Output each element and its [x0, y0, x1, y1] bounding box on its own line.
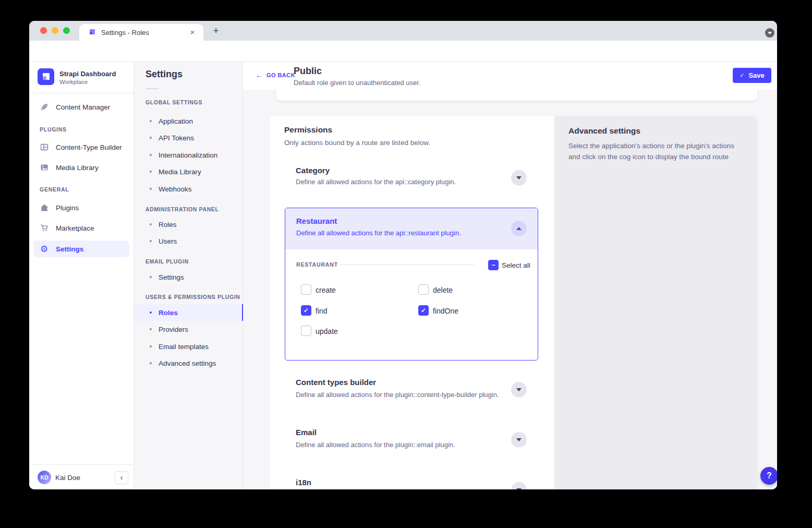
- subnav-item-label: Roles: [159, 309, 178, 317]
- sidebar-item-label: Settings: [56, 245, 83, 253]
- collapse-restaurant-button[interactable]: [511, 221, 527, 236]
- role-details-card-edge: [276, 90, 757, 101]
- browser-tab[interactable]: Settings - Roles ×: [79, 24, 203, 41]
- subnav-item-internationalization[interactable]: Internationalization: [134, 147, 243, 163]
- save-button[interactable]: ✓ Save: [733, 68, 771, 83]
- subnav-item-label: Advanced settings: [159, 359, 216, 367]
- sidebar-item-content-type-builder[interactable]: Content-Type Builder: [33, 139, 129, 155]
- help-button[interactable]: ?: [760, 467, 777, 485]
- zoom-window-button[interactable]: [63, 27, 70, 34]
- bullet-icon: [150, 137, 152, 139]
- main-sidebar: Strapi Dashboard Workplace Content Manag…: [29, 62, 134, 489]
- sidebar-section-plugins: PLUGINS: [40, 126, 67, 133]
- subnav-item-email-settings[interactable]: Settings: [134, 269, 243, 285]
- profile-sync-icon[interactable]: [765, 28, 774, 38]
- collapse-sidebar-button[interactable]: ‹: [115, 471, 128, 484]
- bullet-icon: [150, 362, 152, 364]
- user-avatar[interactable]: KD: [38, 471, 51, 484]
- accordion-restaurant-expanded: Restaurant Define all allowed actions fo…: [285, 208, 538, 361]
- strapi-favicon: [88, 28, 96, 37]
- divider: [340, 265, 474, 265]
- subnav-item-label: Webhooks: [159, 185, 192, 193]
- accordion-description: Define all allowed actions for the api::…: [296, 178, 456, 186]
- puzzle-icon: [40, 203, 49, 212]
- subnav-item-application[interactable]: Application: [134, 113, 243, 129]
- restaurant-accordion-header[interactable]: Restaurant Define all allowed actions fo…: [285, 208, 538, 249]
- bullet-icon: [150, 171, 152, 173]
- minimize-window-button[interactable]: [52, 27, 58, 34]
- accordion-title-restaurant: Restaurant: [296, 217, 337, 225]
- bullet-icon: [150, 188, 152, 190]
- subnav-item-admin-users[interactable]: Users: [134, 233, 243, 249]
- accordion-title-email: Email: [296, 428, 317, 437]
- chevron-down-icon: [516, 438, 522, 441]
- check-icon: ✓: [304, 307, 309, 314]
- subnav-item-webhooks[interactable]: Webhooks: [134, 181, 243, 197]
- bullet-icon: [150, 223, 152, 225]
- subnav-item-label: Email templates: [159, 343, 209, 351]
- checkbox-delete[interactable]: [418, 284, 429, 295]
- chevron-down-icon: [768, 32, 772, 34]
- subnav-item-label: Users: [159, 237, 177, 245]
- subnav-item-providers[interactable]: Providers: [134, 321, 243, 338]
- expand-i18n-button[interactable]: [511, 482, 527, 489]
- checkbox-update[interactable]: [301, 326, 311, 336]
- user-name: Kai Doe: [55, 474, 80, 482]
- subnav-item-email-templates[interactable]: Email templates: [134, 338, 243, 355]
- sidebar-item-label: Content Manager: [56, 103, 110, 111]
- checkbox-label-create: create: [316, 286, 336, 294]
- browser-window: Settings - Roles × + ← → ↻ ⓘ localhost:1…: [29, 21, 777, 489]
- advanced-settings-description: Select the application's actions or the …: [568, 141, 741, 163]
- select-all-checkbox[interactable]: −: [488, 260, 499, 270]
- subnav-item-media-library[interactable]: Media Library: [134, 163, 243, 180]
- subnav-item-up-roles[interactable]: Roles: [134, 304, 243, 321]
- expand-email-button[interactable]: [511, 432, 527, 448]
- close-window-button[interactable]: [40, 27, 47, 34]
- expand-content-types-builder-button[interactable]: [511, 382, 527, 398]
- restaurant-group-label: RESTAURANT: [296, 261, 338, 268]
- subnav-item-admin-roles[interactable]: Roles: [134, 216, 243, 233]
- permissions-title: Permissions: [284, 125, 332, 135]
- sidebar-item-marketplace[interactable]: Marketplace: [33, 220, 129, 236]
- strapi-app: Strapi Dashboard Workplace Content Manag…: [29, 62, 777, 489]
- sidebar-item-label: Media Library: [56, 164, 99, 172]
- checkbox-findone[interactable]: ✓: [418, 305, 429, 316]
- subnav-section-administration-panel: ADMINISTRATION PANEL: [146, 206, 219, 212]
- sidebar-item-content-manager[interactable]: Content Manager: [33, 99, 129, 115]
- chevron-down-icon: [516, 488, 522, 489]
- tab-close-icon[interactable]: ×: [188, 28, 197, 37]
- permissions-subtitle: Only actions bound by a route are listed…: [284, 139, 430, 147]
- workspace-title: Strapi Dashboard: [59, 70, 116, 78]
- browser-toolbar: ← → ↻ ⓘ localhost:1337/admin/settings/us…: [29, 41, 777, 62]
- tab-title: Settings - Roles: [101, 29, 188, 37]
- subnav-item-label: Providers: [159, 326, 188, 333]
- checkbox-label-findone: findOne: [433, 307, 458, 315]
- feather-pen-icon: [40, 103, 49, 112]
- main-content: ← GO BACK Public Default role given to u…: [243, 62, 777, 489]
- subnav-section-users-permissions: USERS & PERMISSIONS PLUGIN: [146, 294, 240, 300]
- sidebar-item-label: Content-Type Builder: [56, 143, 122, 151]
- sidebar-item-media-library[interactable]: Media Library: [33, 159, 129, 176]
- strapi-logo[interactable]: [38, 68, 54, 85]
- check-icon: ✓: [740, 72, 744, 79]
- subnav-section-global-settings: GLOBAL SETTINGS: [146, 99, 202, 105]
- go-back-link[interactable]: ← GO BACK: [256, 71, 295, 79]
- chevron-up-icon: [516, 227, 522, 230]
- checkbox-find[interactable]: ✓: [301, 305, 311, 316]
- back-arrow-icon: ←: [256, 71, 263, 79]
- subnav-item-advanced-settings[interactable]: Advanced settings: [134, 355, 243, 371]
- checkbox-create[interactable]: [301, 284, 311, 295]
- subnav-item-api-tokens[interactable]: API Tokens: [134, 129, 243, 146]
- bullet-icon: [150, 328, 152, 330]
- subnav-item-label: API Tokens: [159, 134, 194, 142]
- subnav-item-label: Media Library: [159, 168, 201, 176]
- sidebar-item-plugins[interactable]: Plugins: [33, 199, 129, 216]
- sidebar-item-settings[interactable]: ⚙ Settings: [33, 241, 129, 257]
- bullet-icon: [150, 276, 152, 278]
- chevron-down-icon: [516, 176, 522, 179]
- bullet-icon: [150, 240, 152, 242]
- new-tab-button[interactable]: +: [209, 23, 223, 38]
- check-icon: ✓: [421, 307, 426, 314]
- accordion-description: Define all allowed actions for the plugi…: [296, 391, 499, 399]
- expand-category-button[interactable]: [511, 170, 527, 186]
